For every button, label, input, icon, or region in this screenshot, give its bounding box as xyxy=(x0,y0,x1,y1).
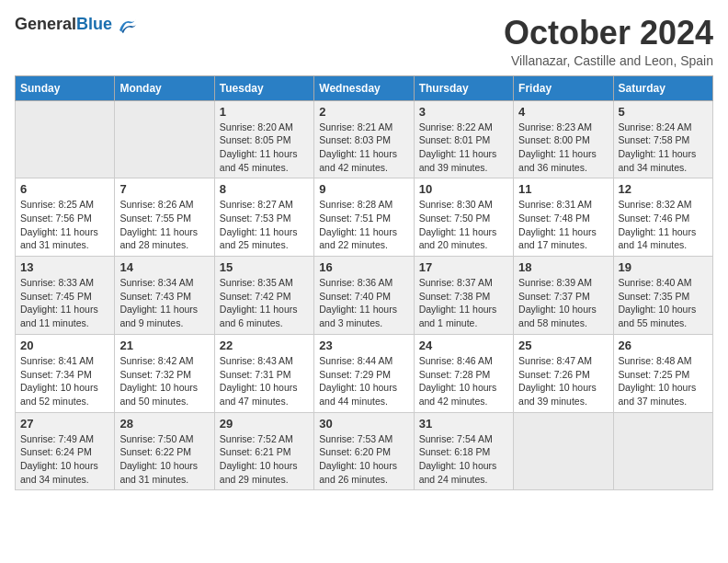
day-number: 31 xyxy=(419,417,508,431)
calendar-week-row: 6Sunrise: 8:25 AMSunset: 7:56 PMDaylight… xyxy=(16,178,713,257)
cell-content: Sunrise: 8:30 AMSunset: 7:50 PMDaylight:… xyxy=(419,198,508,252)
calendar-cell: 6Sunrise: 8:25 AMSunset: 7:56 PMDaylight… xyxy=(16,178,115,257)
cell-content: Sunrise: 8:47 AMSunset: 7:26 PMDaylight:… xyxy=(518,354,608,408)
col-header-wednesday: Wednesday xyxy=(314,75,414,100)
day-number: 19 xyxy=(619,260,708,274)
calendar-cell: 31Sunrise: 7:54 AMSunset: 6:18 PMDayligh… xyxy=(414,412,513,490)
cell-content: Sunrise: 8:25 AMSunset: 7:56 PMDaylight:… xyxy=(20,198,109,252)
day-number: 8 xyxy=(220,182,309,196)
day-number: 12 xyxy=(619,182,708,196)
calendar-cell: 2Sunrise: 8:21 AMSunset: 8:03 PMDaylight… xyxy=(314,100,414,178)
calendar-cell: 21Sunrise: 8:42 AMSunset: 7:32 PMDayligh… xyxy=(115,334,214,412)
day-number: 4 xyxy=(518,105,608,119)
logo: GeneralBlue xyxy=(15,15,138,34)
col-header-saturday: Saturday xyxy=(613,75,712,100)
calendar-cell: 26Sunrise: 8:48 AMSunset: 7:25 PMDayligh… xyxy=(613,334,712,412)
calendar-week-row: 27Sunrise: 7:49 AMSunset: 6:24 PMDayligh… xyxy=(16,412,713,490)
calendar-cell: 23Sunrise: 8:44 AMSunset: 7:29 PMDayligh… xyxy=(314,334,414,412)
calendar-cell xyxy=(115,100,214,178)
col-header-sunday: Sunday xyxy=(16,75,115,100)
col-header-friday: Friday xyxy=(514,75,613,100)
day-number: 3 xyxy=(419,105,508,119)
calendar-cell: 9Sunrise: 8:28 AMSunset: 7:51 PMDaylight… xyxy=(314,178,414,257)
calendar-cell: 11Sunrise: 8:31 AMSunset: 7:48 PMDayligh… xyxy=(514,178,613,257)
month-title: October 2024 xyxy=(504,15,713,52)
day-number: 17 xyxy=(419,260,508,274)
day-number: 26 xyxy=(619,339,708,352)
calendar-cell: 19Sunrise: 8:40 AMSunset: 7:35 PMDayligh… xyxy=(613,257,712,335)
cell-content: Sunrise: 8:31 AMSunset: 7:48 PMDaylight:… xyxy=(518,198,608,252)
cell-content: Sunrise: 8:28 AMSunset: 7:51 PMDaylight:… xyxy=(319,198,408,252)
day-number: 1 xyxy=(220,105,309,119)
cell-content: Sunrise: 8:22 AMSunset: 8:01 PMDaylight:… xyxy=(419,121,508,175)
day-number: 13 xyxy=(20,260,109,274)
calendar-week-row: 20Sunrise: 8:41 AMSunset: 7:34 PMDayligh… xyxy=(16,334,713,412)
cell-content: Sunrise: 8:43 AMSunset: 7:31 PMDaylight:… xyxy=(220,354,309,408)
calendar-week-row: 13Sunrise: 8:33 AMSunset: 7:45 PMDayligh… xyxy=(16,257,713,335)
calendar-cell: 22Sunrise: 8:43 AMSunset: 7:31 PMDayligh… xyxy=(214,334,313,412)
day-number: 22 xyxy=(220,339,309,352)
day-number: 6 xyxy=(20,182,109,196)
logo-general: General xyxy=(15,15,76,33)
cell-content: Sunrise: 8:26 AMSunset: 7:55 PMDaylight:… xyxy=(119,198,209,252)
day-number: 9 xyxy=(319,182,408,196)
day-number: 18 xyxy=(518,260,608,274)
calendar-cell: 25Sunrise: 8:47 AMSunset: 7:26 PMDayligh… xyxy=(514,334,613,412)
calendar-cell: 7Sunrise: 8:26 AMSunset: 7:55 PMDaylight… xyxy=(115,178,214,257)
calendar-cell: 27Sunrise: 7:49 AMSunset: 6:24 PMDayligh… xyxy=(16,412,115,490)
cell-content: Sunrise: 8:35 AMSunset: 7:42 PMDaylight:… xyxy=(220,276,309,330)
day-number: 29 xyxy=(220,417,309,431)
calendar-table: SundayMondayTuesdayWednesdayThursdayFrid… xyxy=(15,75,713,491)
day-number: 2 xyxy=(319,105,408,119)
cell-content: Sunrise: 8:48 AMSunset: 7:25 PMDaylight:… xyxy=(619,354,708,408)
col-header-tuesday: Tuesday xyxy=(214,75,313,100)
day-number: 28 xyxy=(119,417,209,431)
cell-content: Sunrise: 8:37 AMSunset: 7:38 PMDaylight:… xyxy=(419,276,508,330)
day-number: 11 xyxy=(518,182,608,196)
col-header-monday: Monday xyxy=(115,75,214,100)
cell-content: Sunrise: 8:32 AMSunset: 7:46 PMDaylight:… xyxy=(619,198,708,252)
cell-content: Sunrise: 8:23 AMSunset: 8:00 PMDaylight:… xyxy=(518,121,608,175)
calendar-cell: 13Sunrise: 8:33 AMSunset: 7:45 PMDayligh… xyxy=(16,257,115,335)
cell-content: Sunrise: 8:44 AMSunset: 7:29 PMDaylight:… xyxy=(319,354,408,408)
cell-content: Sunrise: 7:52 AMSunset: 6:21 PMDaylight:… xyxy=(220,432,309,487)
title-area: October 2024 Villanazar, Castille and Le… xyxy=(504,15,713,68)
cell-content: Sunrise: 8:21 AMSunset: 8:03 PMDaylight:… xyxy=(319,121,408,175)
calendar-cell: 10Sunrise: 8:30 AMSunset: 7:50 PMDayligh… xyxy=(414,178,513,257)
calendar-cell: 17Sunrise: 8:37 AMSunset: 7:38 PMDayligh… xyxy=(414,257,513,335)
location-title: Villanazar, Castille and Leon, Spain xyxy=(504,53,713,68)
day-number: 27 xyxy=(20,417,109,431)
cell-content: Sunrise: 8:33 AMSunset: 7:45 PMDaylight:… xyxy=(20,276,109,330)
col-header-thursday: Thursday xyxy=(414,75,513,100)
calendar-cell: 18Sunrise: 8:39 AMSunset: 7:37 PMDayligh… xyxy=(514,257,613,335)
day-number: 20 xyxy=(20,339,109,352)
cell-content: Sunrise: 7:53 AMSunset: 6:20 PMDaylight:… xyxy=(319,432,408,487)
cell-content: Sunrise: 8:20 AMSunset: 8:05 PMDaylight:… xyxy=(220,121,309,175)
calendar-cell: 15Sunrise: 8:35 AMSunset: 7:42 PMDayligh… xyxy=(214,257,313,335)
calendar-header-row: SundayMondayTuesdayWednesdayThursdayFrid… xyxy=(16,75,713,100)
day-number: 21 xyxy=(119,339,209,352)
calendar-cell: 1Sunrise: 8:20 AMSunset: 8:05 PMDaylight… xyxy=(214,100,313,178)
cell-content: Sunrise: 8:39 AMSunset: 7:37 PMDaylight:… xyxy=(518,276,608,330)
calendar-cell xyxy=(613,412,712,490)
calendar-cell: 20Sunrise: 8:41 AMSunset: 7:34 PMDayligh… xyxy=(16,334,115,412)
calendar-cell: 5Sunrise: 8:24 AMSunset: 7:58 PMDaylight… xyxy=(613,100,712,178)
logo-bird-icon xyxy=(116,16,138,34)
day-number: 14 xyxy=(119,260,209,274)
cell-content: Sunrise: 8:27 AMSunset: 7:53 PMDaylight:… xyxy=(220,198,309,252)
calendar-cell: 16Sunrise: 8:36 AMSunset: 7:40 PMDayligh… xyxy=(314,257,414,335)
day-number: 25 xyxy=(518,339,608,352)
day-number: 10 xyxy=(419,182,508,196)
calendar-cell: 28Sunrise: 7:50 AMSunset: 6:22 PMDayligh… xyxy=(115,412,214,490)
logo-blue: Blue xyxy=(76,15,112,33)
day-number: 5 xyxy=(619,105,708,119)
day-number: 24 xyxy=(419,339,508,352)
calendar-cell: 8Sunrise: 8:27 AMSunset: 7:53 PMDaylight… xyxy=(214,178,313,257)
cell-content: Sunrise: 8:34 AMSunset: 7:43 PMDaylight:… xyxy=(119,276,209,330)
calendar-cell: 14Sunrise: 8:34 AMSunset: 7:43 PMDayligh… xyxy=(115,257,214,335)
day-number: 7 xyxy=(119,182,209,196)
calendar-cell xyxy=(514,412,613,490)
calendar-cell: 12Sunrise: 8:32 AMSunset: 7:46 PMDayligh… xyxy=(613,178,712,257)
cell-content: Sunrise: 8:40 AMSunset: 7:35 PMDaylight:… xyxy=(619,276,708,330)
cell-content: Sunrise: 8:42 AMSunset: 7:32 PMDaylight:… xyxy=(119,354,209,408)
